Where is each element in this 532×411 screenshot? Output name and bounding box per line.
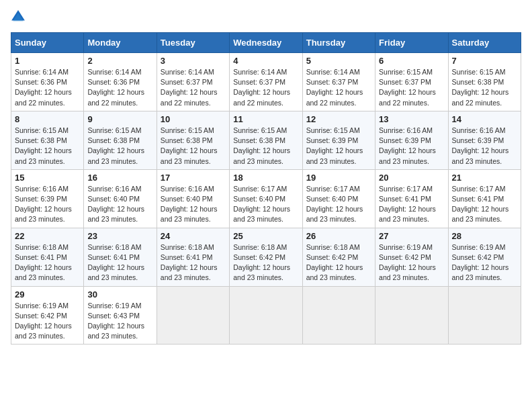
logo-icon	[11, 9, 26, 24]
day-info: Sunrise: 6:17 AM Sunset: 6:40 PM Dayligh…	[233, 184, 298, 225]
day-number: 14	[452, 114, 517, 124]
calendar-day-cell: 30 Sunrise: 6:19 AM Sunset: 6:43 PM Dayl…	[84, 286, 157, 345]
calendar-day-cell: 9 Sunrise: 6:15 AM Sunset: 6:38 PM Dayli…	[84, 111, 157, 169]
calendar-week-row: 29 Sunrise: 6:19 AM Sunset: 6:42 PM Dayl…	[11, 286, 521, 345]
calendar-day-cell: 11 Sunrise: 6:15 AM Sunset: 6:38 PM Dayl…	[230, 111, 302, 169]
day-number: 28	[452, 231, 517, 241]
calendar-day-cell: 10 Sunrise: 6:15 AM Sunset: 6:38 PM Dayl…	[157, 111, 229, 169]
day-number: 25	[233, 231, 298, 241]
day-number: 17	[161, 173, 226, 183]
calendar-day-cell: 17 Sunrise: 6:16 AM Sunset: 6:40 PM Dayl…	[157, 169, 229, 228]
day-info: Sunrise: 6:17 AM Sunset: 6:41 PM Dayligh…	[379, 184, 444, 225]
day-number: 5	[306, 56, 371, 66]
day-info: Sunrise: 6:17 AM Sunset: 6:41 PM Dayligh…	[452, 184, 517, 225]
calendar-day-cell: 25 Sunrise: 6:18 AM Sunset: 6:42 PM Dayl…	[230, 228, 302, 286]
weekday-header-thursday: Thursday	[302, 33, 375, 53]
calendar-week-row: 1 Sunrise: 6:14 AM Sunset: 6:36 PM Dayli…	[11, 53, 521, 111]
calendar-table: SundayMondayTuesdayWednesdayThursdayFrid…	[11, 32, 521, 345]
calendar-day-cell: 20 Sunrise: 6:17 AM Sunset: 6:41 PM Dayl…	[375, 169, 448, 228]
day-info: Sunrise: 6:19 AM Sunset: 6:42 PM Dayligh…	[452, 242, 517, 283]
day-info: Sunrise: 6:18 AM Sunset: 6:41 PM Dayligh…	[161, 242, 226, 283]
day-number: 23	[87, 231, 152, 241]
calendar-day-cell: 28 Sunrise: 6:19 AM Sunset: 6:42 PM Dayl…	[448, 228, 521, 286]
calendar-week-row: 8 Sunrise: 6:15 AM Sunset: 6:38 PM Dayli…	[11, 111, 521, 169]
day-number: 26	[306, 231, 371, 241]
day-number: 29	[15, 289, 80, 300]
day-number: 11	[233, 114, 298, 124]
day-info: Sunrise: 6:14 AM Sunset: 6:36 PM Dayligh…	[87, 67, 152, 108]
day-info: Sunrise: 6:15 AM Sunset: 6:38 PM Dayligh…	[452, 67, 517, 108]
day-info: Sunrise: 6:16 AM Sunset: 6:40 PM Dayligh…	[161, 184, 226, 225]
day-number: 7	[452, 56, 517, 66]
calendar-day-cell: 22 Sunrise: 6:18 AM Sunset: 6:41 PM Dayl…	[11, 228, 84, 286]
day-info: Sunrise: 6:19 AM Sunset: 6:42 PM Dayligh…	[379, 242, 444, 283]
day-info: Sunrise: 6:16 AM Sunset: 6:39 PM Dayligh…	[452, 126, 517, 167]
calendar-day-cell: 15 Sunrise: 6:16 AM Sunset: 6:39 PM Dayl…	[11, 169, 84, 228]
day-number: 19	[306, 173, 371, 183]
day-info: Sunrise: 6:17 AM Sunset: 6:40 PM Dayligh…	[306, 184, 371, 225]
calendar-day-cell: 21 Sunrise: 6:17 AM Sunset: 6:41 PM Dayl…	[448, 169, 521, 228]
calendar-day-cell: 23 Sunrise: 6:18 AM Sunset: 6:41 PM Dayl…	[84, 228, 157, 286]
calendar-day-cell: 16 Sunrise: 6:16 AM Sunset: 6:40 PM Dayl…	[84, 169, 157, 228]
day-info: Sunrise: 6:15 AM Sunset: 6:37 PM Dayligh…	[379, 67, 444, 108]
calendar-day-cell: 14 Sunrise: 6:16 AM Sunset: 6:39 PM Dayl…	[448, 111, 521, 169]
day-number: 3	[161, 56, 226, 66]
calendar-day-cell: 24 Sunrise: 6:18 AM Sunset: 6:41 PM Dayl…	[157, 228, 229, 286]
day-info: Sunrise: 6:14 AM Sunset: 6:37 PM Dayligh…	[306, 67, 371, 108]
calendar-day-cell: 1 Sunrise: 6:14 AM Sunset: 6:36 PM Dayli…	[11, 53, 84, 111]
day-number: 10	[161, 114, 226, 124]
day-info: Sunrise: 6:18 AM Sunset: 6:42 PM Dayligh…	[306, 242, 371, 283]
weekday-header-friday: Friday	[375, 33, 448, 53]
day-number: 15	[15, 173, 80, 183]
day-number: 6	[379, 56, 444, 66]
calendar-day-cell: 12 Sunrise: 6:15 AM Sunset: 6:39 PM Dayl…	[302, 111, 375, 169]
day-info: Sunrise: 6:14 AM Sunset: 6:37 PM Dayligh…	[161, 67, 226, 108]
day-number: 16	[87, 173, 152, 183]
day-info: Sunrise: 6:15 AM Sunset: 6:38 PM Dayligh…	[15, 126, 80, 167]
calendar-day-cell: 7 Sunrise: 6:15 AM Sunset: 6:38 PM Dayli…	[448, 53, 521, 111]
weekday-header-sunday: Sunday	[11, 33, 84, 53]
calendar-day-cell	[448, 286, 521, 345]
calendar-day-cell: 13 Sunrise: 6:16 AM Sunset: 6:39 PM Dayl…	[375, 111, 448, 169]
weekday-header-wednesday: Wednesday	[230, 33, 302, 53]
calendar-day-cell	[375, 286, 448, 345]
day-info: Sunrise: 6:19 AM Sunset: 6:42 PM Dayligh…	[15, 301, 80, 342]
calendar-day-cell: 29 Sunrise: 6:19 AM Sunset: 6:42 PM Dayl…	[11, 286, 84, 345]
weekday-header-tuesday: Tuesday	[157, 33, 229, 53]
day-info: Sunrise: 6:18 AM Sunset: 6:41 PM Dayligh…	[87, 242, 152, 283]
calendar-day-cell	[302, 286, 375, 345]
day-number: 21	[452, 173, 517, 183]
day-info: Sunrise: 6:19 AM Sunset: 6:43 PM Dayligh…	[87, 301, 152, 342]
day-info: Sunrise: 6:15 AM Sunset: 6:38 PM Dayligh…	[161, 126, 226, 167]
day-number: 13	[379, 114, 444, 124]
weekday-header-row: SundayMondayTuesdayWednesdayThursdayFrid…	[11, 33, 521, 53]
weekday-header-saturday: Saturday	[448, 33, 521, 53]
calendar-day-cell: 6 Sunrise: 6:15 AM Sunset: 6:37 PM Dayli…	[375, 53, 448, 111]
day-number: 8	[15, 114, 80, 124]
day-info: Sunrise: 6:14 AM Sunset: 6:37 PM Dayligh…	[233, 67, 298, 108]
calendar-week-row: 15 Sunrise: 6:16 AM Sunset: 6:39 PM Dayl…	[11, 169, 521, 228]
day-number: 24	[161, 231, 226, 241]
calendar-day-cell: 27 Sunrise: 6:19 AM Sunset: 6:42 PM Dayl…	[375, 228, 448, 286]
day-number: 4	[233, 56, 298, 66]
day-info: Sunrise: 6:16 AM Sunset: 6:40 PM Dayligh…	[87, 184, 152, 225]
day-number: 2	[87, 56, 152, 66]
logo	[11, 11, 27, 26]
calendar-day-cell: 5 Sunrise: 6:14 AM Sunset: 6:37 PM Dayli…	[302, 53, 375, 111]
day-number: 12	[306, 114, 371, 124]
calendar-day-cell: 18 Sunrise: 6:17 AM Sunset: 6:40 PM Dayl…	[230, 169, 302, 228]
day-number: 9	[87, 114, 152, 124]
calendar-day-cell: 2 Sunrise: 6:14 AM Sunset: 6:36 PM Dayli…	[84, 53, 157, 111]
weekday-header-monday: Monday	[84, 33, 157, 53]
calendar-day-cell: 8 Sunrise: 6:15 AM Sunset: 6:38 PM Dayli…	[11, 111, 84, 169]
day-info: Sunrise: 6:15 AM Sunset: 6:39 PM Dayligh…	[306, 126, 371, 167]
day-info: Sunrise: 6:18 AM Sunset: 6:41 PM Dayligh…	[15, 242, 80, 283]
day-number: 22	[15, 231, 80, 241]
day-info: Sunrise: 6:15 AM Sunset: 6:38 PM Dayligh…	[233, 126, 298, 167]
calendar-day-cell	[230, 286, 302, 345]
day-info: Sunrise: 6:16 AM Sunset: 6:39 PM Dayligh…	[15, 184, 80, 225]
day-number: 18	[233, 173, 298, 183]
calendar-day-cell: 19 Sunrise: 6:17 AM Sunset: 6:40 PM Dayl…	[302, 169, 375, 228]
day-info: Sunrise: 6:18 AM Sunset: 6:42 PM Dayligh…	[233, 242, 298, 283]
day-number: 30	[87, 289, 152, 300]
